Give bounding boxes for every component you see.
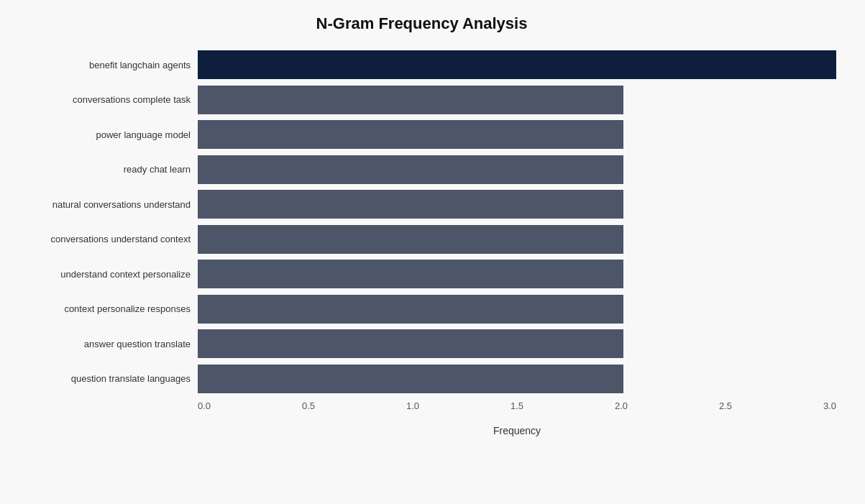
bar-label: benefit langchain agents: [7, 60, 198, 70]
bar-row: ready chat learn: [7, 152, 836, 188]
bar-row: answer question translate: [7, 326, 836, 362]
bar-label: context personalize responses: [7, 303, 198, 314]
x-tick: 0.0: [198, 400, 211, 422]
x-tick: 2.0: [615, 400, 628, 422]
bar-label: natural conversations understand: [7, 199, 198, 210]
bar-row: understand context personalize: [7, 257, 836, 292]
bar-label: question translate languages: [7, 373, 198, 384]
bar-label: understand context personalize: [7, 269, 198, 280]
bar-fill: [198, 120, 623, 149]
bar-fill: [198, 190, 623, 219]
bar-track: [198, 329, 836, 358]
chart-area: benefit langchain agentsconversations co…: [7, 47, 836, 436]
bar-fill: [198, 260, 623, 288]
x-tick: 3.0: [823, 400, 836, 422]
bar-track: [198, 225, 836, 254]
bar-label: answer question translate: [7, 339, 198, 349]
bar-track: [198, 86, 836, 114]
bar-row: context personalize responses: [7, 292, 836, 327]
bar-fill: [198, 50, 836, 79]
bar-track: [198, 50, 836, 79]
bar-label: ready chat learn: [7, 164, 198, 175]
bar-fill: [198, 225, 623, 254]
chart-container: N-Gram Frequency Analysis benefit langch…: [0, 0, 865, 504]
bar-row: power language model: [7, 117, 836, 152]
bar-track: [198, 295, 836, 324]
bar-track: [198, 120, 836, 149]
bar-label: conversations complete task: [7, 94, 198, 105]
bars-section: benefit langchain agentsconversations co…: [7, 47, 836, 396]
bar-fill: [198, 155, 623, 184]
chart-title: N-Gram Frequency Analysis: [7, 14, 836, 33]
x-tick: 1.5: [511, 400, 523, 422]
x-tick: 2.5: [719, 400, 732, 422]
bar-row: question translate languages: [7, 362, 836, 397]
x-axis-ticks: 0.00.51.01.52.02.53.0: [198, 400, 836, 422]
bar-fill: [198, 295, 623, 324]
x-axis: 0.00.51.01.52.02.53.0: [198, 400, 836, 422]
bar-track: [198, 155, 836, 184]
bar-track: [198, 260, 836, 288]
bar-fill: [198, 329, 623, 358]
bar-fill: [198, 365, 623, 393]
bar-track: [198, 190, 836, 219]
bar-row: conversations complete task: [7, 83, 836, 118]
x-axis-label: Frequency: [198, 425, 836, 436]
bar-label: power language model: [7, 129, 198, 140]
x-tick: 0.5: [302, 400, 315, 422]
bar-row: benefit langchain agents: [7, 47, 836, 83]
x-tick: 1.0: [406, 400, 419, 422]
bar-label: conversations understand context: [7, 234, 198, 244]
bar-row: conversations understand context: [7, 222, 836, 257]
bar-track: [198, 365, 836, 393]
bar-row: natural conversations understand: [7, 187, 836, 222]
bar-fill: [198, 86, 623, 114]
